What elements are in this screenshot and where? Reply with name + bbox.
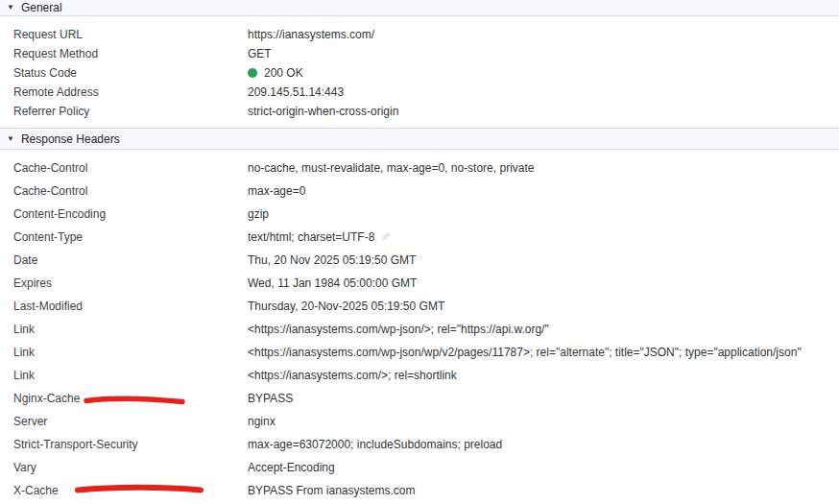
section-title-response-headers: Response Headers	[21, 132, 120, 146]
header-value: <https://ianasystems.com/>; rel=shortlin…	[248, 369, 457, 382]
edit-pencil-icon[interactable]: ✎	[381, 230, 391, 244]
header-value: Thursday, 20-Nov-2025 05:19:50 GMT	[248, 300, 444, 313]
header-value: BYPASS From ianasystems.com	[248, 484, 416, 497]
header-row-expires: Expires Wed, 11 Jan 1984 05:00:00 GMT	[0, 272, 839, 295]
header-name: Content-Type	[0, 230, 248, 244]
header-value: 200 OK	[248, 66, 303, 80]
header-name: Expires	[0, 276, 248, 290]
section-header-response-headers[interactable]: ▼ Response Headers	[0, 128, 839, 150]
header-name: X-Cache	[0, 484, 248, 497]
header-name: Last-Modified	[0, 300, 248, 313]
header-value: nginx	[248, 415, 276, 428]
header-value: https://ianasystems.com/	[248, 28, 374, 41]
header-name: Nginx-Cache	[0, 392, 248, 405]
header-row-nginx-cache: Nginx-Cache BYPASS	[0, 387, 839, 410]
header-value: max-age=63072000; includeSubdomains; pre…	[248, 438, 502, 451]
header-name: Content-Encoding	[0, 207, 248, 221]
header-value: text/html; charset=UTF-8 ✎	[248, 230, 391, 244]
header-row-cache-control-2: Cache-Control max-age=0	[0, 180, 839, 203]
header-value: <https://ianasystems.com/wp-json/>; rel=…	[248, 323, 549, 336]
header-value: GET	[248, 47, 272, 60]
header-row-request-method: Request Method GET	[0, 44, 839, 63]
header-name: Link	[0, 323, 248, 336]
header-name: Cache-Control	[0, 161, 248, 175]
header-row-x-cache: X-Cache BYPASS From ianasystems.com	[0, 479, 839, 502]
collapse-triangle-icon: ▼	[7, 4, 14, 12]
header-row-remote-address: Remote Address 209.145.51.14:443	[0, 83, 839, 102]
header-row-server: Server nginx	[0, 410, 839, 433]
header-name: Link	[0, 346, 248, 359]
header-value: BYPASS	[248, 392, 293, 405]
header-row-last-modified: Last-Modified Thursday, 20-Nov-2025 05:1…	[0, 295, 839, 318]
general-rows: Request URL https://ianasystems.com/ Req…	[0, 25, 839, 121]
header-value: gzip	[248, 207, 269, 221]
header-value: Thu, 20 Nov 2025 05:19:50 GMT	[248, 253, 416, 267]
header-value: strict-origin-when-cross-origin	[248, 105, 398, 118]
header-row-referrer-policy: Referrer Policy strict-origin-when-cross…	[0, 102, 839, 121]
header-name: Link	[0, 369, 248, 382]
header-row-request-url: Request URL https://ianasystems.com/	[0, 25, 839, 44]
header-row-link-2: Link <https://ianasystems.com/wp-json/wp…	[0, 341, 839, 364]
section-header-general[interactable]: ▼ General	[0, 0, 839, 16]
header-name: Referrer Policy	[0, 105, 248, 118]
header-row-content-type: Content-Type text/html; charset=UTF-8 ✎	[0, 226, 839, 249]
header-row-link-3: Link <https://ianasystems.com/>; rel=sho…	[0, 364, 839, 387]
header-name: Date	[0, 253, 248, 267]
header-name: Server	[0, 415, 248, 428]
status-code-text: 200 OK	[264, 66, 303, 80]
header-value: Wed, 11 Jan 1984 05:00:00 GMT	[248, 276, 417, 290]
network-headers-panel: ▼ General Request URL https://ianasystem…	[0, 0, 839, 504]
header-name: Request URL	[0, 28, 248, 41]
collapse-triangle-icon: ▼	[7, 135, 14, 143]
status-green-dot-icon	[248, 68, 257, 78]
header-row-vary: Vary Accept-Encoding	[0, 456, 839, 479]
response-header-rows: Cache-Control no-cache, must-revalidate,…	[0, 156, 839, 502]
header-row-cache-control-1: Cache-Control no-cache, must-revalidate,…	[0, 156, 839, 180]
header-name: Cache-Control	[0, 184, 248, 198]
header-row-strict-transport-security: Strict-Transport-Security max-age=630720…	[0, 433, 839, 456]
header-name: Request Method	[0, 47, 248, 60]
header-row-content-encoding: Content-Encoding gzip	[0, 203, 839, 226]
header-value: Accept-Encoding	[248, 461, 335, 474]
header-name: Status Code	[0, 66, 248, 80]
section-title-general: General	[21, 1, 62, 14]
content-type-text: text/html; charset=UTF-8	[248, 230, 374, 244]
header-name: Strict-Transport-Security	[0, 438, 248, 451]
header-row-link-1: Link <https://ianasystems.com/wp-json/>;…	[0, 318, 839, 341]
header-value: <https://ianasystems.com/wp-json/wp/v2/p…	[248, 346, 802, 359]
header-value: no-cache, must-revalidate, max-age=0, no…	[248, 161, 534, 175]
header-row-status-code: Status Code 200 OK	[0, 63, 839, 83]
header-row-date: Date Thu, 20 Nov 2025 05:19:50 GMT	[0, 249, 839, 272]
header-value: max-age=0	[248, 184, 305, 198]
header-value: 209.145.51.14:443	[248, 85, 344, 99]
header-name: Remote Address	[0, 85, 248, 99]
header-name: Vary	[0, 461, 248, 474]
